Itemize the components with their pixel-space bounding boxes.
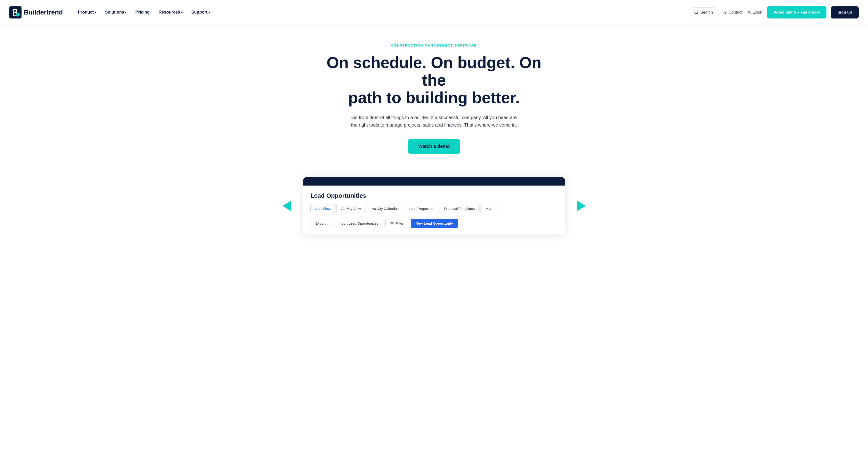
carousel-prev-button[interactable] [280,199,294,213]
chevron-down-icon: ▾ [95,11,96,14]
app-preview-card: Lead Opportunities List View Activity Vi… [303,177,565,235]
nav-resources[interactable]: Resources ▾ [155,8,186,17]
tab-map[interactable]: Map [480,204,497,213]
svg-line-2 [697,13,698,14]
logo-link[interactable]: Buildertrend [9,6,63,19]
logo-text: Buildertrend [24,9,63,16]
hero-section: CONSTRUCTION MANAGEMENT SOFTWARE On sche… [317,25,551,177]
app-actions-bar: Export Import Lead Opportunities Filter … [311,219,558,228]
search-icon [694,10,698,14]
filter-icon [390,222,394,225]
app-preview-content: Lead Opportunities List View Activity Vi… [303,186,565,235]
contact-link[interactable]: Contact [723,10,742,15]
tab-activity-view[interactable]: Activity View [336,204,366,213]
watch-demo-button[interactable]: Watch a demo [408,139,460,154]
import-lead-opportunities-button[interactable]: Import Lead Opportunities [333,219,383,228]
chevron-down-icon: ▾ [181,11,183,14]
signup-button[interactable]: Sign up [831,6,859,19]
video-demo-button[interactable]: Video demo – see it now [767,6,826,19]
hero-title: On schedule. On budget. On the path to b… [327,54,542,106]
tab-lead-proposals[interactable]: Lead Proposals [404,204,438,213]
left-arrow-icon [282,201,291,211]
hero-body: Go from doer of all things to a builder … [347,114,521,129]
hero-subtitle: CONSTRUCTION MANAGEMENT SOFTWARE [327,43,542,47]
tab-proposal-templates[interactable]: Proposal Templates [439,204,479,213]
app-preview-wrapper: Lead Opportunities List View Activity Vi… [294,177,575,235]
carousel-next-button[interactable] [575,199,589,213]
new-lead-opportunity-button[interactable]: New Lead Opportunity [411,219,458,228]
app-section-title: Lead Opportunities [311,192,558,200]
export-button[interactable]: Export [311,219,331,228]
phone-icon [723,10,727,14]
nav-support[interactable]: Support ▾ [188,8,214,17]
app-preview-section: Lead Opportunities List View Activity Vi… [0,177,868,248]
chevron-down-icon: ▾ [209,11,210,14]
tab-list-view[interactable]: List View [311,204,336,213]
nav-product[interactable]: Product ▾ [74,8,100,17]
chevron-down-icon: ▾ [125,11,126,14]
nav-right: Search Contact Login Video demo – see it… [689,6,859,19]
nav-links: Product ▾ Solutions ▾ Pricing Resources … [74,8,689,17]
svg-point-3 [748,11,750,12]
login-link[interactable]: Login [747,10,763,15]
app-topbar [303,177,565,186]
nav-pricing[interactable]: Pricing [131,8,153,17]
app-tabs: List View Activity View Activity Calenda… [311,204,558,213]
right-arrow-icon [577,201,586,211]
filter-button[interactable]: Filter [385,219,408,228]
logo-icon [9,6,22,19]
navbar: Buildertrend Product ▾ Solutions ▾ Prici… [0,0,868,25]
tab-activity-calendar[interactable]: Activity Calendar [367,204,403,213]
nav-solutions[interactable]: Solutions ▾ [101,8,130,17]
user-icon [747,10,751,14]
search-button[interactable]: Search [689,7,718,17]
